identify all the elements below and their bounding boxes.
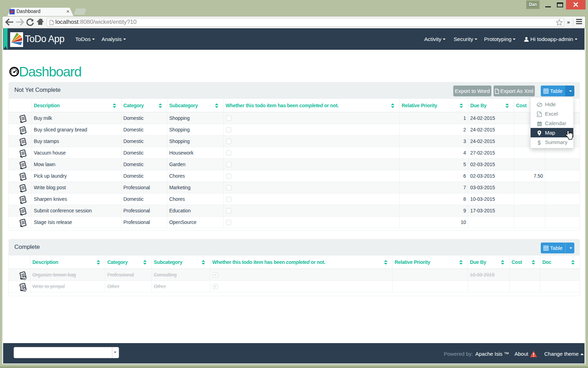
svg-text:$: $ (538, 140, 541, 146)
svg-text:x: x (538, 113, 540, 117)
